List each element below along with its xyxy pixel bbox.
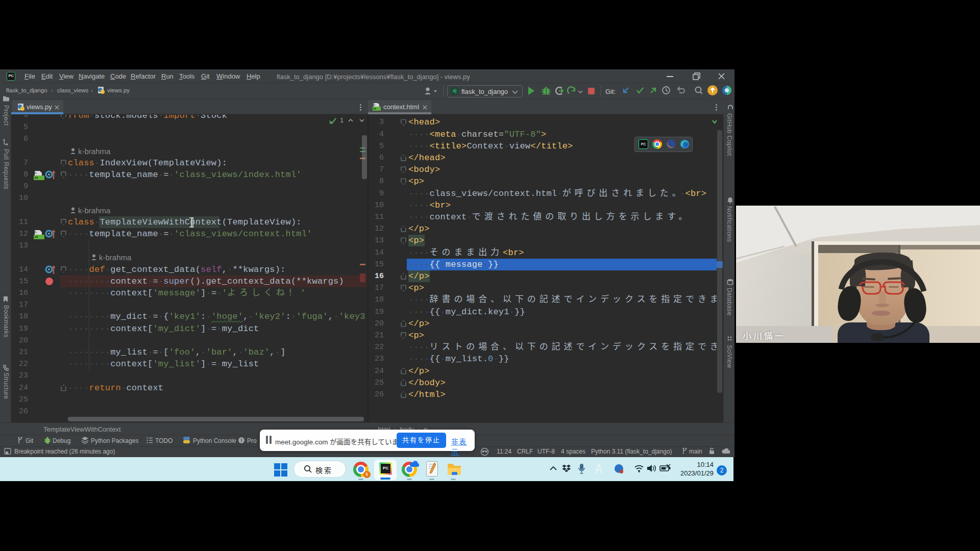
svg-text:!: ! (241, 438, 242, 443)
